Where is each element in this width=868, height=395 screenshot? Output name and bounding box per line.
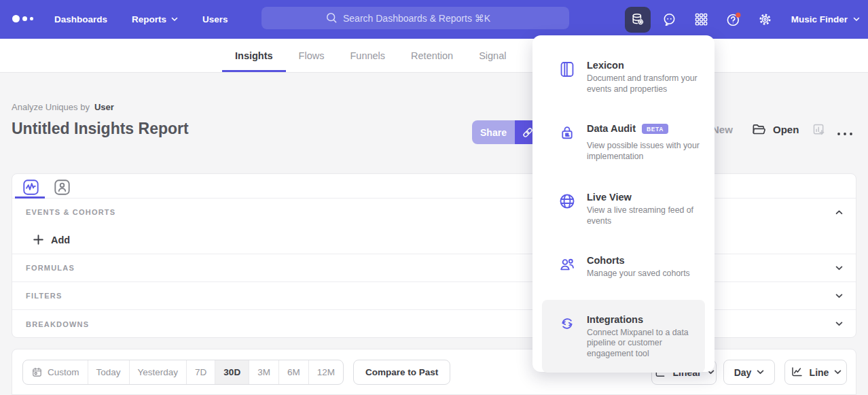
live-view-globe-icon — [558, 192, 576, 210]
database-gear-icon — [630, 12, 645, 27]
section-filters[interactable]: FILTERS — [12, 282, 856, 310]
more-options-button[interactable] — [836, 127, 854, 139]
compare-to-past-button[interactable]: Compare to Past — [353, 360, 450, 385]
beta-badge: BETA — [642, 124, 668, 134]
search-input[interactable] — [261, 7, 569, 29]
add-event-button[interactable]: Add — [51, 235, 70, 245]
speech-bubble-icon — [662, 12, 677, 27]
menu-item-title: Integrations — [587, 314, 643, 326]
range-yesterday[interactable]: Yesterday — [130, 360, 187, 384]
search-icon — [325, 11, 339, 25]
menu-item-description: View possible issues with your implement… — [587, 141, 708, 162]
insights-chart-icon — [22, 179, 39, 196]
new-report-button[interactable]: New — [712, 124, 733, 135]
section-label: BREAKDOWNS — [26, 320, 89, 328]
help-icon — [725, 12, 742, 28]
plus-icon[interactable] — [33, 235, 43, 245]
notification-dot — [736, 12, 740, 17]
users-view-tab[interactable] — [53, 178, 71, 196]
chart-type-dropdown[interactable]: Line — [784, 360, 847, 385]
metrics-view-tab[interactable] — [22, 178, 39, 196]
project-name: Music Finder — [791, 14, 848, 24]
section-label: FILTERS — [26, 292, 62, 300]
nav-reports[interactable]: Reports — [132, 14, 178, 24]
chevron-up-icon[interactable] — [835, 210, 843, 215]
menu-item-live-view[interactable]: Live View View a live streaming feed of … — [542, 192, 705, 226]
lexicon-book-icon — [558, 61, 576, 78]
report-tabs: Insights Flows Funnels Retention Signal … — [0, 39, 868, 73]
nav-dashboards[interactable]: Dashboards — [54, 14, 107, 24]
search-field[interactable] — [342, 12, 506, 24]
open-label: Open — [773, 124, 799, 135]
share-split-button: Share — [472, 120, 540, 144]
range-6m[interactable]: 6M — [279, 360, 309, 384]
builder-tabstrip — [12, 174, 856, 199]
project-switcher[interactable]: Music Finder — [791, 14, 860, 24]
top-navigation: Dashboards Reports Users — [54, 0, 228, 39]
data-management-menu: Lexicon Document and transform your even… — [532, 35, 715, 372]
data-audit-lock-icon — [558, 124, 576, 141]
gear-icon — [757, 12, 773, 27]
query-builder-panel: EVENTS & COHORTS Add FORMULAS FILTERS BR… — [12, 173, 856, 338]
menu-item-description: Connect Mixpanel to a data pipeline or c… — [587, 328, 708, 360]
analysis-entity-selector[interactable]: User — [94, 102, 114, 112]
section-events-cohorts[interactable]: EVENTS & COHORTS — [12, 199, 856, 226]
menu-item-description: Document and transform your events and p… — [587, 73, 708, 95]
analysis-subtitle: Analyze Uniques byUser — [12, 102, 114, 112]
folder-open-icon — [751, 122, 767, 137]
nav-users[interactable]: Users — [202, 14, 228, 24]
menu-item-integrations[interactable]: Integrations Connect Mixpanel to a data … — [542, 300, 705, 373]
section-label: FORMULAS — [26, 264, 75, 272]
range-3m[interactable]: 3M — [249, 360, 279, 384]
section-breakdowns[interactable]: BREAKDOWNS — [12, 310, 856, 338]
range-today[interactable]: Today — [88, 360, 130, 384]
interval-label: Day — [734, 367, 752, 378]
menu-item-cohorts[interactable]: Cohorts Manage your saved cohorts — [542, 255, 705, 279]
menu-item-data-audit[interactable]: Data Audit BETA View possible issues wit… — [542, 123, 705, 162]
range-30d[interactable]: 30D — [215, 360, 249, 384]
chevron-down-icon — [171, 17, 178, 22]
add-to-dashboard-button[interactable] — [812, 122, 827, 140]
menu-item-description: View a live streaming feed of events — [587, 205, 708, 226]
menu-item-lexicon[interactable]: Lexicon Document and transform your even… — [542, 60, 705, 95]
chevron-down-icon — [853, 17, 860, 22]
menu-item-description: Manage your saved cohorts — [587, 269, 708, 279]
open-report-button[interactable]: Open — [751, 122, 799, 137]
menu-item-title: Data Audit — [587, 123, 636, 135]
user-profile-icon — [54, 179, 71, 196]
apps-grid-icon — [693, 12, 709, 27]
date-range-group: Custom Today Yesterday 7D 30D 3M 6M 12M … — [22, 360, 450, 385]
add-chart-icon — [812, 122, 827, 137]
tab-retention[interactable]: Retention — [398, 39, 466, 72]
interval-dropdown[interactable]: Day — [723, 360, 775, 385]
help-button[interactable] — [721, 7, 746, 33]
share-button[interactable]: Share — [472, 120, 515, 144]
chart-toolbar-panel: Custom Today Yesterday 7D 30D 3M 6M 12M … — [12, 349, 856, 395]
menu-item-title: Cohorts — [587, 255, 625, 267]
data-management-button[interactable] — [625, 7, 651, 33]
range-custom[interactable]: Custom — [23, 360, 88, 384]
app-window: Dashboards Reports Users — [0, 0, 868, 395]
range-7d[interactable]: 7D — [187, 360, 215, 384]
chevron-down-icon[interactable] — [835, 322, 843, 326]
range-label: Custom — [48, 367, 79, 377]
more-dots-icon — [836, 131, 854, 137]
topbar: Dashboards Reports Users — [0, 0, 868, 39]
section-formulas[interactable]: FORMULAS — [12, 254, 856, 282]
settings-button[interactable] — [753, 7, 778, 33]
range-12m[interactable]: 12M — [309, 360, 343, 384]
tab-funnels[interactable]: Funnels — [337, 39, 398, 72]
tab-insights[interactable]: Insights — [222, 39, 286, 72]
tab-signal[interactable]: Signal — [466, 39, 519, 72]
messages-button[interactable] — [657, 7, 683, 33]
mixpanel-logo-icon[interactable] — [12, 15, 33, 22]
chevron-down-icon[interactable] — [835, 294, 843, 298]
line-chart-icon — [790, 365, 804, 379]
chevron-down-icon — [757, 370, 764, 375]
chevron-down-icon — [834, 370, 842, 375]
tab-flows[interactable]: Flows — [286, 39, 338, 72]
subtitle-prefix: Analyze Uniques by — [12, 102, 90, 112]
page-title[interactable]: Untitled Insights Report — [12, 120, 189, 138]
chevron-down-icon[interactable] — [835, 266, 843, 271]
apps-grid-button[interactable] — [689, 7, 715, 33]
